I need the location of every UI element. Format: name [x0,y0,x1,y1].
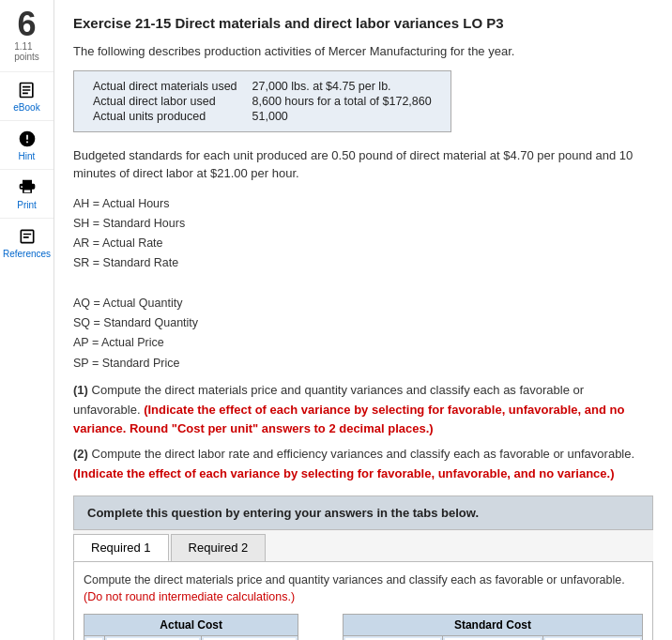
spacer-header3 [330,615,343,636]
ebook-label: eBook [13,102,39,113]
legend-line: SQ = Standard Quantity [73,313,653,333]
complete-box: Complete this question by entering your … [73,495,653,530]
legend-line: AH = Actual Hours [73,194,653,214]
gap-cell3 [330,636,343,640]
gap-cell [298,636,311,640]
table-row: Actual direct labor used 8,600 hours for… [85,94,439,109]
spacer-header2 [310,615,330,636]
legend-section: AH = Actual Hours SH = Standard Hours AR… [73,194,653,373]
legend-line: SR = Standard Rate [73,253,653,273]
references-svg [18,227,37,246]
variance-table: Actual Cost Standard Cost [84,614,643,640]
sidebar-item-hint[interactable]: Hint [0,120,53,169]
legend-line: SH = Standard Hours [73,214,653,234]
references-icon [17,226,38,247]
points-display: 1.11 points [14,41,39,62]
production-data-table: Actual direct materials used 27,000 lbs.… [73,70,451,132]
table-row: Actual units produced 51,000 [85,109,439,124]
book-icon [17,80,38,100]
instruction2-bold: (2) [73,447,88,461]
print-svg [18,178,37,197]
input-cell [202,636,298,640]
legend-line: AQ = Actual Quantity [73,294,653,313]
hint-svg [18,130,37,148]
budgeted-standards-text: Budgeted standards for each unit produce… [73,146,653,183]
actual-cost-header: Actual Cost [84,615,298,636]
req1-instruction-text: Compute the direct materials price and q… [84,573,625,587]
table-row: Actual direct materials used 27,000 lbs.… [85,79,439,94]
data-value: 51,000 [245,109,439,124]
instruction2-text: Compute the direct labor rate and effici… [92,447,635,461]
input-cell [84,636,105,640]
instruction-2: (2) Compute the direct labor rate and ef… [73,445,653,484]
input-cell [105,636,202,640]
print-label: Print [17,200,37,210]
legend-line: SP = Standard Price [73,354,653,373]
tabs-container: Required 1 Required 2 [73,530,653,562]
input-cell [343,636,442,640]
question-number: 6 [17,8,36,41]
instruction-1: (1) Compute the direct materials price a… [73,381,653,439]
sidebar: 6 1.11 points eBook Hint Print [0,0,54,640]
book-svg [18,81,37,99]
exercise-description: The following describes production activ… [73,42,653,61]
standard-cost-header: Standard Cost [343,615,642,636]
instructions-section: (1) Compute the direct materials price a… [73,381,653,484]
legend-line: AP = Actual Price [73,333,653,353]
data-value: 27,000 lbs. at $4.75 per lb. [245,79,439,94]
data-label: Actual direct materials used [85,79,245,94]
data-value: 8,600 hours for a total of $172,860 [245,94,439,109]
legend-line: AR = Actual Rate [73,234,653,253]
req1-note: (Do not round intermediate calculations.… [84,590,295,603]
tab-required2[interactable]: Required 2 [171,534,267,561]
tab-content-required1: Compute the direct materials price and q… [73,562,653,640]
sidebar-item-print[interactable]: Print [0,169,53,218]
gap-cell2 [310,636,330,640]
sidebar-item-references[interactable]: References [0,218,53,267]
instruction1-bold: (1) [73,383,88,397]
instruction1-red: (Indicate the effect of each variance by… [73,403,624,436]
main-content: Exercise 21-15 Direct materials and dire… [54,0,672,640]
input-cell [443,636,542,640]
data-label: Actual direct labor used [85,94,245,109]
instruction2-red: (Indicate the effect of each variance by… [73,466,615,480]
input-cell [542,636,642,640]
tab-required1[interactable]: Required 1 [73,534,169,561]
req1-instruction: Compute the direct materials price and q… [84,571,643,607]
hint-label: Hint [19,151,36,161]
sidebar-item-ebook[interactable]: eBook [0,71,53,120]
print-icon [17,177,38,198]
spacer-header [298,615,311,636]
complete-box-text: Complete this question by entering your … [87,506,639,520]
table-row [84,636,643,640]
exercise-title: Exercise 21-15 Direct materials and dire… [73,15,653,31]
hint-icon [17,129,38,149]
data-label: Actual units produced [85,109,245,124]
references-label: References [3,249,51,259]
